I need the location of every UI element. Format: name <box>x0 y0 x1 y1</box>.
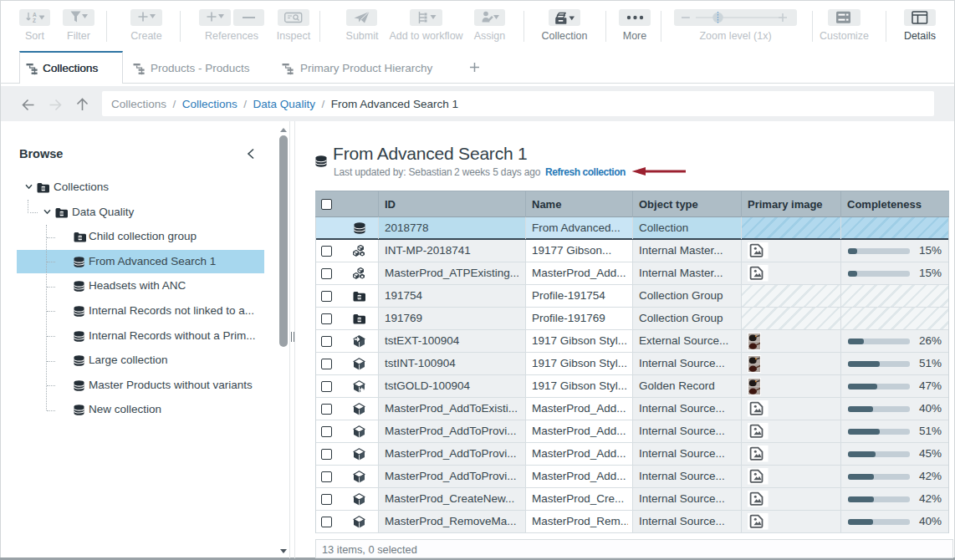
svg-text:A: A <box>33 12 37 18</box>
svg-text:Z: Z <box>33 18 36 23</box>
